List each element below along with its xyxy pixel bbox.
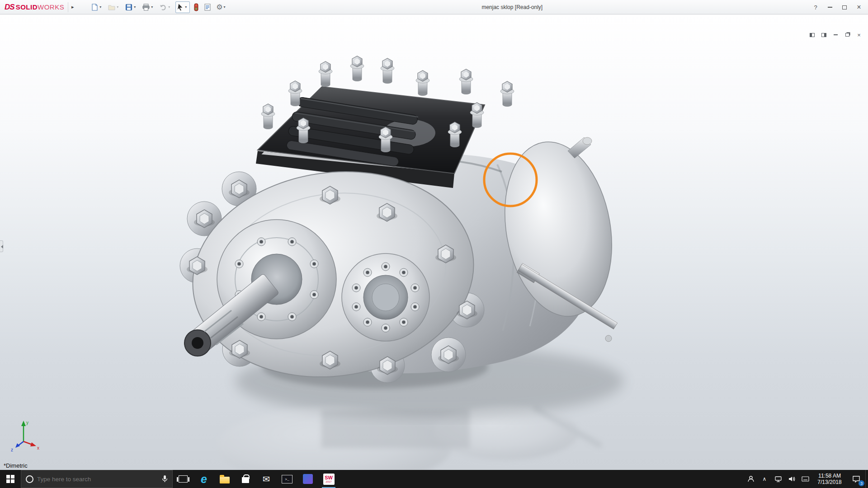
maximize-button[interactable]: [837, 1, 852, 14]
show-desktop-button[interactable]: [865, 470, 868, 488]
save-icon: [125, 3, 133, 11]
gear-icon: ⚙: [216, 4, 222, 11]
solidworks-app-icon: SW 2017: [323, 474, 335, 485]
ds-logo-mark: DS: [5, 3, 14, 12]
doc-restore-button[interactable]: [843, 31, 852, 38]
mail-button[interactable]: ✉: [256, 470, 277, 488]
doc-close-button[interactable]: ×: [854, 31, 863, 38]
dropdown-caret[interactable]: ▾: [223, 5, 227, 9]
microphone-icon[interactable]: [162, 475, 168, 483]
bearing-boss: [342, 253, 429, 341]
panel-splitter-handle[interactable]: [0, 240, 3, 252]
solidworks-logo: DS SOLID WORKS: [0, 3, 68, 12]
quick-access-toolbar: ▾ ▾ ▾ ▾: [90, 1, 228, 13]
graphics-area[interactable]: ×: [0, 14, 868, 470]
system-tray: ∧ 11:58 AM 7/13/2018: [744, 470, 868, 488]
z-axis-label: z: [11, 447, 13, 452]
hidden-icons-button[interactable]: ∧: [758, 470, 771, 488]
print-button[interactable]: ▾: [141, 1, 156, 13]
file-explorer-button[interactable]: [214, 470, 235, 488]
network-button[interactable]: [771, 470, 785, 488]
window-controls: ? ×: [808, 0, 866, 14]
clock-date: 7/13/2018: [817, 479, 841, 485]
document-title: menjac sklop [Read-only]: [481, 0, 542, 14]
keyboard-icon: [802, 476, 809, 482]
solidworks-taskbar-button[interactable]: SW 2017: [318, 470, 339, 488]
gearbox-3d-model[interactable]: [0, 14, 868, 470]
save-button[interactable]: ▾: [124, 1, 138, 13]
undo-button[interactable]: ▾: [158, 1, 173, 13]
dock-left-button[interactable]: [807, 31, 816, 38]
rebuild-button[interactable]: [193, 1, 200, 13]
touch-keyboard-button[interactable]: [798, 470, 812, 488]
dock-left-icon: [810, 33, 815, 37]
task-view-icon: [179, 475, 188, 483]
taskbar-clock[interactable]: 11:58 AM 7/13/2018: [812, 470, 847, 488]
people-button[interactable]: [744, 470, 758, 488]
close-icon: ×: [857, 4, 861, 11]
volume-icon: [788, 476, 795, 482]
edge-icon: e: [201, 474, 207, 485]
console-button[interactable]: >_: [277, 470, 297, 488]
model-reflection: [217, 405, 601, 470]
maximize-icon: [842, 5, 847, 9]
dropdown-caret[interactable]: ▾: [117, 5, 120, 9]
document-window-controls: ×: [807, 31, 863, 38]
console-icon: >_: [282, 475, 292, 483]
dock-right-button[interactable]: [819, 31, 828, 38]
doc-restore-icon: [845, 33, 849, 37]
reference-triad: y x z: [10, 418, 42, 452]
windows-taskbar: e ✉ >_ SW 2017 ∧: [0, 470, 868, 488]
search-input[interactable]: [37, 476, 158, 483]
dock-right-icon: [821, 33, 826, 37]
doc-close-icon: ×: [857, 32, 861, 38]
help-button[interactable]: ?: [808, 1, 823, 14]
minimize-icon: [828, 7, 832, 8]
dropdown-caret[interactable]: ▾: [99, 5, 103, 9]
file-properties-button[interactable]: [203, 1, 212, 13]
minimize-button[interactable]: [823, 1, 837, 14]
chevron-up-icon: ∧: [763, 476, 767, 482]
app-tile-icon: [303, 474, 313, 484]
file-explorer-icon: [220, 477, 230, 483]
clock-time: 11:58 AM: [818, 473, 841, 479]
task-view-button[interactable]: [173, 470, 193, 488]
start-button[interactable]: [0, 470, 21, 488]
doc-minimize-icon: [834, 34, 838, 35]
windows-logo-icon: [6, 475, 14, 483]
app-button[interactable]: [297, 470, 318, 488]
new-document-icon: [90, 3, 99, 11]
menu-flyout-arrow[interactable]: ▸: [68, 2, 77, 12]
open-button[interactable]: ▾: [107, 1, 121, 13]
store-button[interactable]: [235, 470, 256, 488]
dropdown-caret[interactable]: ▾: [168, 5, 172, 9]
network-icon: [774, 476, 782, 483]
dropdown-caret[interactable]: ▾: [134, 5, 137, 9]
doc-minimize-button[interactable]: [831, 31, 840, 38]
store-icon: [242, 477, 249, 483]
dropdown-caret[interactable]: ▾: [185, 5, 189, 9]
select-arrow-icon: [177, 3, 184, 11]
dropdown-caret[interactable]: ▾: [151, 5, 155, 9]
print-icon: [142, 3, 150, 11]
y-axis-label: y: [26, 420, 28, 425]
close-button[interactable]: ×: [852, 1, 866, 14]
taskbar-search[interactable]: [21, 470, 173, 488]
cortana-icon: [26, 475, 33, 483]
volume-button[interactable]: [785, 470, 798, 488]
mail-icon: ✉: [263, 475, 270, 483]
action-center-button[interactable]: 3: [847, 470, 865, 488]
new-document-button[interactable]: ▾: [90, 1, 104, 13]
file-properties-icon: [203, 3, 212, 11]
options-button[interactable]: ⚙ ▾: [215, 1, 228, 13]
x-axis-label: x: [37, 446, 39, 450]
view-orientation-label: *Dimetric: [4, 462, 28, 469]
rebuild-stoplight-icon: [193, 3, 199, 11]
select-button[interactable]: ▾: [175, 1, 190, 13]
edge-button[interactable]: e: [193, 470, 214, 488]
people-icon: [747, 475, 755, 483]
undo-icon: [159, 3, 167, 11]
open-folder-icon: [108, 3, 116, 11]
notification-badge: 3: [859, 480, 864, 486]
title-bar: DS SOLID WORKS ▸ ▾ ▾ ▾: [0, 0, 868, 14]
